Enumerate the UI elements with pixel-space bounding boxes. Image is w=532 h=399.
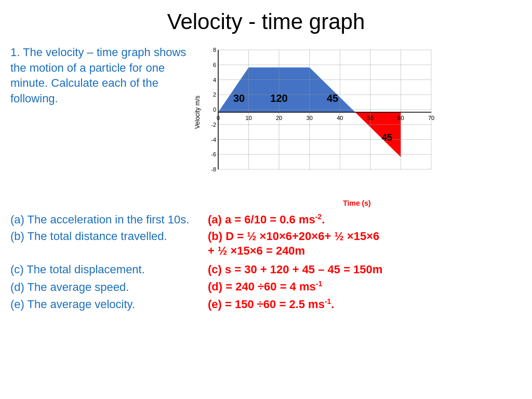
qa-row-e: (e) The average velocity. (e) = 150 ÷60 … [10, 297, 522, 311]
svg-text:30: 30 [307, 115, 313, 121]
area-label-120: 120 [270, 92, 287, 104]
svg-text:2: 2 [213, 91, 216, 98]
svg-text:70: 70 [428, 115, 434, 121]
svg-text:10: 10 [245, 115, 251, 121]
main-content: 1. The velocity – time graph shows the m… [0, 39, 532, 207]
qa-row-c: (c) The total displacement. (c) s = 30 +… [10, 263, 522, 276]
svg-text:4: 4 [213, 77, 216, 83]
intro-text: 1. The velocity – time graph shows the m… [10, 39, 187, 207]
graph-container: 0 10 20 30 40 50 60 70 8 6 4 2 0 -2 [192, 39, 522, 207]
answer-a: (a) a = 6/10 = 0.6 ms-2. [208, 212, 325, 227]
qa-row-a: (a) The acceleration in the first 10s. (… [10, 212, 522, 227]
velocity-time-graph: 0 10 20 30 40 50 60 70 8 6 4 2 0 -2 [192, 42, 442, 198]
svg-text:0: 0 [213, 107, 216, 113]
answer-b-continuation: + ½ ×15×6 = 240m [10, 244, 522, 258]
x-tick-labels: 0 10 20 30 40 50 60 70 [217, 115, 434, 121]
question-b: (b) The total distance travelled. [10, 230, 208, 243]
area-label-45: 45 [327, 92, 338, 104]
question-a: (a) The acceleration in the first 10s. [10, 213, 208, 227]
red-area [355, 112, 401, 157]
svg-text:0: 0 [217, 115, 220, 121]
y-axis-label: Velocity m/s [194, 96, 201, 129]
svg-text:40: 40 [337, 115, 343, 121]
x-axis-label: Time (s) [192, 199, 522, 207]
svg-text:20: 20 [276, 115, 282, 121]
svg-text:6: 6 [213, 62, 216, 68]
question-d: (d) The average speed. [10, 281, 208, 294]
svg-text:60: 60 [397, 115, 404, 121]
svg-text:8: 8 [213, 47, 216, 53]
answer-d: (d) = 240 ÷60 = 4 ms-1 [208, 280, 322, 294]
question-e: (e) The average velocity. [10, 298, 208, 311]
y-tick-labels: 8 6 4 2 0 -2 -4 -6 -8 [211, 47, 216, 172]
page-title: Velocity - time graph [0, 0, 532, 39]
area-label-red-45: 45 [382, 132, 392, 143]
answer-c: (c) s = 30 + 120 + 45 – 45 = 150m [208, 263, 382, 276]
svg-text:-6: -6 [211, 151, 216, 157]
blue-area [218, 68, 355, 112]
area-label-30: 30 [233, 92, 245, 104]
qa-section: (a) The acceleration in the first 10s. (… [0, 207, 532, 311]
svg-text:-8: -8 [211, 166, 216, 172]
qa-row-d: (d) The average speed. (d) = 240 ÷60 = 4… [10, 280, 522, 294]
svg-text:-4: -4 [211, 137, 216, 143]
question-c: (c) The total displacement. [10, 263, 208, 276]
svg-text:50: 50 [367, 115, 374, 121]
answer-e: (e) = 150 ÷60 = 2.5 ms-1. [208, 297, 334, 311]
qa-row-b: (b) The total distance travelled. (b) D … [10, 230, 522, 243]
graph-wrapper: 0 10 20 30 40 50 60 70 8 6 4 2 0 -2 [192, 42, 442, 198]
svg-text:-2: -2 [211, 122, 216, 128]
answer-b: (b) D = ½ ×10×6+20×6+ ½ ×15×6 [208, 230, 379, 243]
